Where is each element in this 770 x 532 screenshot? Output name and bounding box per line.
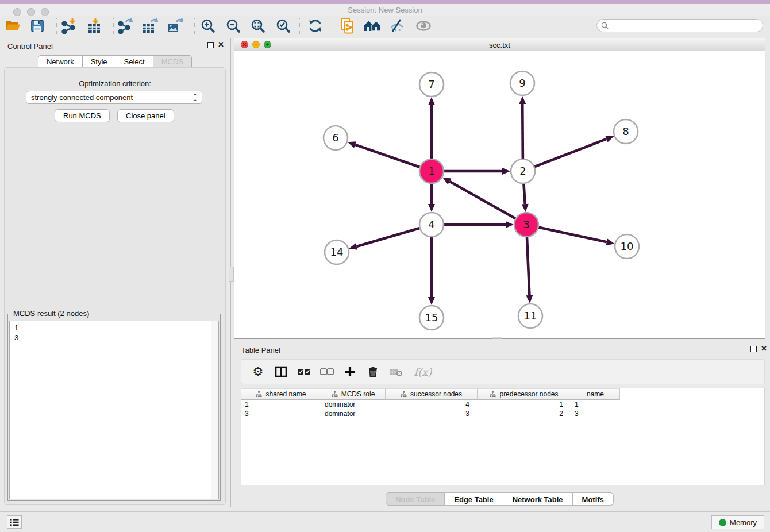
float-panel-icon[interactable] [207, 42, 214, 48]
search-input[interactable] [611, 22, 763, 30]
graph-edge-3-1[interactable] [449, 182, 526, 225]
search-field[interactable] [596, 19, 763, 32]
toolbar-separator [299, 18, 300, 34]
create-column-button[interactable] [342, 364, 357, 379]
select-all-columns-button[interactable] [297, 364, 311, 379]
tab-network[interactable]: Network [38, 55, 83, 68]
zoom-in-button[interactable] [198, 17, 218, 35]
network-resize-handle[interactable] [492, 337, 502, 339]
graph-node-label: 2 [519, 165, 526, 177]
close-panel-icon[interactable]: ✕ [218, 41, 224, 49]
export-network-icon [117, 18, 134, 34]
run-mcds-button[interactable]: Run MCDS [55, 109, 110, 122]
tab-edge-table[interactable]: Edge Table [445, 492, 503, 506]
graph-node-label: 14 [330, 246, 344, 258]
splitter-handle[interactable] [229, 267, 234, 282]
table-cell[interactable]: 3 [241, 409, 321, 418]
zoom-fit-button[interactable] [248, 17, 268, 35]
tab-style[interactable]: Style [83, 55, 116, 68]
control-panel-title: Control Panel [7, 42, 53, 51]
tab-mcds[interactable]: MCDS [153, 55, 192, 68]
graph-node-label: 9 [519, 77, 525, 89]
tab-node-table[interactable]: Node Table [386, 492, 445, 506]
table-cell[interactable]: dominator [321, 409, 386, 418]
float-table-panel-icon[interactable] [750, 346, 757, 352]
table-cell[interactable]: 3 [571, 409, 620, 418]
tab-network-table[interactable]: Network Table [503, 492, 573, 506]
vertical-splitter[interactable] [230, 38, 233, 507]
graph-node-label: 10 [621, 240, 634, 252]
column-header-mcds-role[interactable]: MCDS role [321, 388, 386, 400]
export-table-button[interactable] [140, 17, 160, 35]
delete-column-button[interactable] [365, 364, 380, 379]
export-image-icon [166, 18, 184, 34]
graph-node-label: 11 [524, 310, 537, 322]
table-cell[interactable]: 1 [241, 400, 321, 409]
graph-node-label: 4 [428, 218, 434, 230]
zoom-in-icon [201, 18, 215, 33]
search-icon [601, 22, 609, 29]
mcds-result-scrollbar[interactable] [211, 321, 218, 499]
column-header-shared-name[interactable]: shared name [241, 388, 321, 400]
import-table-button[interactable] [86, 17, 105, 35]
refresh-button[interactable] [306, 17, 325, 35]
close-panel-button[interactable]: Close panel [117, 109, 174, 122]
delete-table-icon [389, 367, 403, 377]
tab-motifs[interactable]: Motifs [573, 492, 614, 506]
graph-node-label: 8 [622, 125, 629, 137]
tab-select[interactable]: Select [116, 55, 153, 68]
main-toolbar [0, 16, 770, 36]
column-header-label: MCDS role [341, 390, 375, 398]
zoom-out-button[interactable] [224, 17, 243, 35]
unselect-all-columns-button[interactable] [319, 364, 334, 379]
open-session-button[interactable] [3, 17, 22, 35]
graph-edge-2-8[interactable] [523, 139, 606, 171]
table-cell[interactable]: 1 [478, 400, 571, 409]
table-panel: Table Panel ✕ ⚙ [234, 342, 765, 507]
close-table-panel-icon[interactable]: ✕ [761, 345, 767, 353]
column-header-successor-nodes[interactable]: successor nodes [386, 388, 478, 400]
delete-table-button[interactable] [388, 364, 403, 379]
export-image-button[interactable] [165, 17, 185, 35]
table-cell[interactable]: 1 [571, 400, 620, 409]
column-header-label: successor nodes [410, 390, 462, 398]
network-window-titlebar[interactable]: ✕ − + scc.txt [234, 38, 765, 51]
network-canvas[interactable]: 7968124314101511 [234, 51, 765, 338]
memory-button[interactable]: Memory [711, 515, 764, 529]
show-task-history-button[interactable] [7, 515, 22, 529]
export-network-button[interactable] [116, 17, 135, 35]
column-tree-icon [401, 391, 407, 398]
graph-node-label: 15 [425, 311, 438, 323]
zoom-selected-button[interactable] [274, 17, 293, 35]
table-cell[interactable]: dominator [321, 400, 386, 409]
list-icon [10, 518, 19, 526]
function-builder-button[interactable]: f(x) [411, 364, 434, 379]
home-layout-button[interactable] [363, 17, 383, 35]
column-tree-icon [256, 391, 262, 398]
show-graphics-button[interactable] [414, 17, 433, 35]
mcds-result-textarea[interactable]: 13 [9, 321, 219, 499]
column-tree-icon [490, 391, 496, 398]
hide-graphics-button[interactable] [387, 17, 407, 35]
table-cell[interactable]: 4 [386, 400, 478, 409]
table-settings-button[interactable]: ⚙ [251, 364, 265, 379]
column-header-label: name [587, 390, 604, 398]
table-row[interactable]: 3dominator323 [241, 409, 764, 418]
import-table-icon [87, 18, 104, 34]
toolbar-separator [332, 18, 332, 34]
table-cell[interactable]: 3 [386, 409, 478, 418]
network-window-title: scc.txt [234, 41, 765, 49]
table-cell[interactable]: 2 [478, 409, 571, 418]
save-session-button[interactable] [28, 17, 47, 35]
criterion-select[interactable]: strongly connected component ⌃⌄ [26, 91, 202, 104]
column-header-label: predecessor nodes [499, 390, 558, 398]
show-columns-button[interactable] [274, 364, 288, 379]
import-network-button[interactable] [59, 17, 79, 35]
table-row[interactable]: 1dominator411 [241, 400, 764, 409]
mcds-result-line: 1 [14, 323, 214, 333]
control-panel-header: Control Panel ✕ [0, 38, 230, 54]
column-header-name[interactable]: name [571, 388, 620, 400]
clone-network-button[interactable] [338, 17, 357, 35]
zoom-out-icon [226, 18, 241, 33]
column-header-predecessor-nodes[interactable]: predecessor nodes [478, 388, 571, 400]
